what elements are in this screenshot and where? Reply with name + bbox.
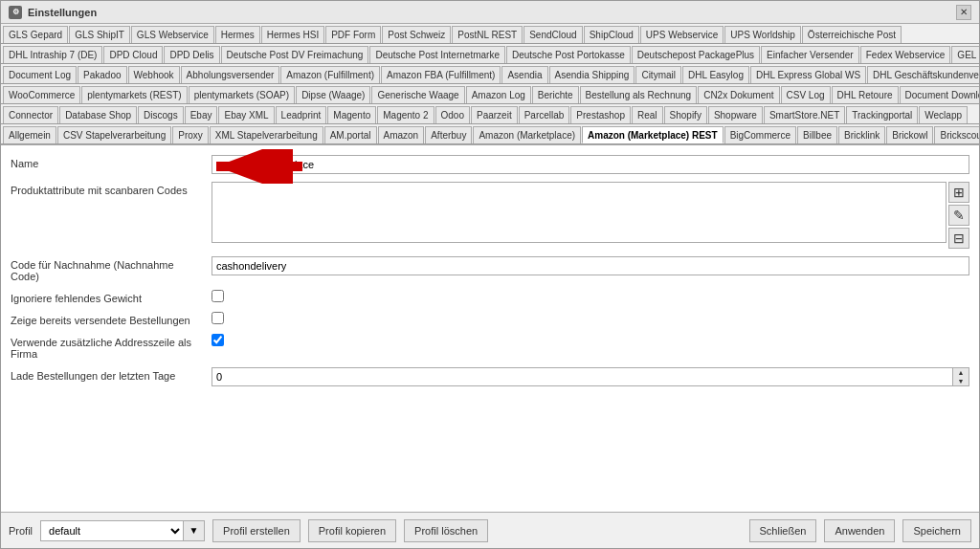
tab-shopware[interactable]: Shopware xyxy=(708,106,763,123)
delete-profile-button[interactable]: Profil löschen xyxy=(404,519,488,542)
ignore-weight-checkbox[interactable] xyxy=(212,290,224,302)
profile-dropdown-button[interactable]: ▼ xyxy=(184,520,205,541)
tab-proxy[interactable]: Proxy xyxy=(172,126,209,143)
tab-smartstore.net[interactable]: SmartStore.NET xyxy=(764,106,845,123)
delete-row-button[interactable]: ⊟ xyxy=(948,228,969,249)
tab-csv-stapelverarbeitung[interactable]: CSV Stapelverarbeitung xyxy=(57,126,171,143)
close-window-button[interactable]: ✕ xyxy=(956,5,971,20)
tab-hermes-hsi[interactable]: Hermes HSI xyxy=(261,26,324,43)
tab-database-shop[interactable]: Database Shop xyxy=(59,106,137,123)
tab-magento-2[interactable]: Magento 2 xyxy=(377,106,434,123)
tab-ebay-xml[interactable]: Ebay XML xyxy=(218,106,274,123)
tab-österreichische-post[interactable]: Österreichische Post xyxy=(802,26,902,43)
tab-bigcommerce[interactable]: BigCommerce xyxy=(724,126,796,143)
tab-parcellab[interactable]: Parcellab xyxy=(519,106,570,123)
tab-asendia[interactable]: Asendia xyxy=(501,66,547,83)
tab-generische-waage[interactable]: Generische Waage xyxy=(371,86,464,103)
tab-asendia-shipping[interactable]: Asendia Shipping xyxy=(549,66,635,83)
tab-gls-webservice[interactable]: GLS Webservice xyxy=(131,26,214,43)
cod-input[interactable] xyxy=(212,256,969,275)
tab-dhl-easylog[interactable]: DHL Easylog xyxy=(682,66,749,83)
tab-afterbuy[interactable]: Afterbuy xyxy=(425,126,472,143)
tab-webhook[interactable]: Webhook xyxy=(128,66,180,83)
tab-deutsche-post-portokasse[interactable]: Deutsche Post Portokasse xyxy=(506,46,631,63)
tab-sendcloud[interactable]: SendCloud xyxy=(523,26,582,43)
tab-fedex-webservice[interactable]: Fedex Webservice xyxy=(860,46,951,63)
tab-ups-worldship[interactable]: UPS Worldship xyxy=(724,26,801,43)
tab-paarzeit[interactable]: Paarzeit xyxy=(471,106,518,123)
close-button[interactable]: Schließen xyxy=(749,519,817,542)
tab-plentymarkets--soap-[interactable]: plentymarkets (SOAP) xyxy=(189,86,295,103)
tab-csv-log[interactable]: CSV Log xyxy=(781,86,831,103)
tab-trackingportal[interactable]: Trackingportal xyxy=(846,106,918,123)
tab-berichte[interactable]: Berichte xyxy=(532,86,579,103)
tab-gel-express[interactable]: GEL Express xyxy=(951,46,979,63)
tab-allgemein[interactable]: Allgemein xyxy=(3,126,56,143)
tab-amazon-fba--fulfillment-[interactable]: Amazon FBA (Fulfillment) xyxy=(381,66,501,83)
tab-odoo[interactable]: Odoo xyxy=(435,106,470,123)
create-profile-button[interactable]: Profil erstellen xyxy=(212,519,301,542)
profile-select[interactable]: default xyxy=(40,520,184,541)
apply-button[interactable]: Anwenden xyxy=(824,519,895,542)
tab-leadprint[interactable]: Leadprint xyxy=(276,106,327,123)
tab-document-downloader[interactable]: Document Downloader xyxy=(900,86,979,103)
save-button[interactable]: Speichern xyxy=(902,519,971,542)
tab-discogs[interactable]: Discogs xyxy=(138,106,184,123)
tab-woocommerce[interactable]: WooCommerce xyxy=(3,86,80,103)
tab-am.portal[interactable]: AM.portal xyxy=(324,126,377,143)
tab-connector[interactable]: Connector xyxy=(3,106,58,123)
show-sent-checkbox[interactable] xyxy=(212,312,224,324)
tab-shopify[interactable]: Shopify xyxy=(664,106,707,123)
tab-post-schweiz[interactable]: Post Schweiz xyxy=(382,26,451,43)
add-row-button[interactable]: ⊞ xyxy=(948,182,969,203)
tab-amazon--marketplace--rest[interactable]: Amazon (Marketplace) REST xyxy=(582,126,724,143)
tab-postnl-rest[interactable]: PostNL REST xyxy=(452,26,523,43)
tab-document-log[interactable]: Document Log xyxy=(3,66,77,83)
tab-dpd-cloud[interactable]: DPD Cloud xyxy=(103,46,163,63)
tab-dhl-geschäftskundenversand[interactable]: DHL Geschäftskundenversand xyxy=(867,66,979,83)
spinner-down-button[interactable]: ▼ xyxy=(953,377,969,385)
tab-dhl-express-global-ws[interactable]: DHL Express Global WS xyxy=(750,66,866,83)
productattribute-textarea[interactable] xyxy=(212,182,947,243)
tab-abholungsversender[interactable]: Abholungsversender xyxy=(181,66,280,83)
tab-real[interactable]: Real xyxy=(632,106,663,123)
tab-brickscout[interactable]: Brickscout xyxy=(934,126,979,143)
tab-bricklink[interactable]: Bricklink xyxy=(838,126,885,143)
tab-shipcloud[interactable]: ShipCloud xyxy=(584,26,639,43)
tab-brickowl[interactable]: Brickowl xyxy=(886,126,933,143)
tab-dhl-intraship-7--de-[interactable]: DHL Intraship 7 (DE) xyxy=(3,46,102,63)
tab-ebay[interactable]: Ebay xyxy=(185,106,218,123)
tab-amazon[interactable]: Amazon xyxy=(378,126,425,143)
load-orders-input[interactable] xyxy=(212,367,953,386)
tab-deutschepost-packageplus[interactable]: Deutschepost PackagePlus xyxy=(632,46,760,63)
tab-pakadoo[interactable]: Pakadoo xyxy=(78,66,126,83)
tab-dipse--waage-[interactable]: Dipse (Waage) xyxy=(296,86,370,103)
tab-deutsche-post-dv-freimachung[interactable]: Deutsche Post DV Freimachung xyxy=(221,46,369,63)
tab-deutsche-post-internetmarke[interactable]: Deutsche Post Internetmarke xyxy=(369,46,505,63)
name-input[interactable] xyxy=(212,155,969,174)
tab-weclapp[interactable]: Weclapp xyxy=(919,106,968,123)
tab-hermes[interactable]: Hermes xyxy=(215,26,260,43)
tab-gls-shipit[interactable]: GLS ShipIT xyxy=(69,26,130,43)
spinner-up-button[interactable]: ▲ xyxy=(953,368,969,377)
edit-row-button[interactable]: ✎ xyxy=(948,205,969,226)
tab-amazon-log[interactable]: Amazon Log xyxy=(466,86,531,103)
tab-einfacher-versender[interactable]: Einfacher Versender xyxy=(761,46,859,63)
use-address-checkbox[interactable] xyxy=(212,334,224,346)
tab-pdf-form[interactable]: PDF Form xyxy=(325,26,381,43)
tab-cn2x-dokument[interactable]: CN2x Dokument xyxy=(698,86,779,103)
tab-magento[interactable]: Magento xyxy=(327,106,376,123)
tab-billbee[interactable]: Billbee xyxy=(797,126,837,143)
tab-gls-gepard[interactable]: GLS Gepard xyxy=(3,26,68,43)
tab-dhl-retoure[interactable]: DHL Retoure xyxy=(832,86,899,103)
tab-xml-stapelverarbeitung[interactable]: XML Stapelverarbeitung xyxy=(210,126,323,143)
tab-amazon--fulfillment-[interactable]: Amazon (Fulfillment) xyxy=(280,66,380,83)
tab-amazon--marketplace-[interactable]: Amazon (Marketplace) xyxy=(473,126,581,143)
tab-prestashop[interactable]: Prestashop xyxy=(570,106,631,123)
tab-bestellung-als-rechnung[interactable]: Bestellung als Rechnung xyxy=(580,86,698,103)
tab-ups-webservice[interactable]: UPS Webservice xyxy=(640,26,724,43)
tab-citymail[interactable]: Citymail xyxy=(635,66,681,83)
tab-dpd-delis[interactable]: DPD Delis xyxy=(164,46,219,63)
copy-profile-button[interactable]: Profil kopieren xyxy=(308,519,396,542)
tab-plentymarkets--rest-[interactable]: plentymarkets (REST) xyxy=(81,86,187,103)
